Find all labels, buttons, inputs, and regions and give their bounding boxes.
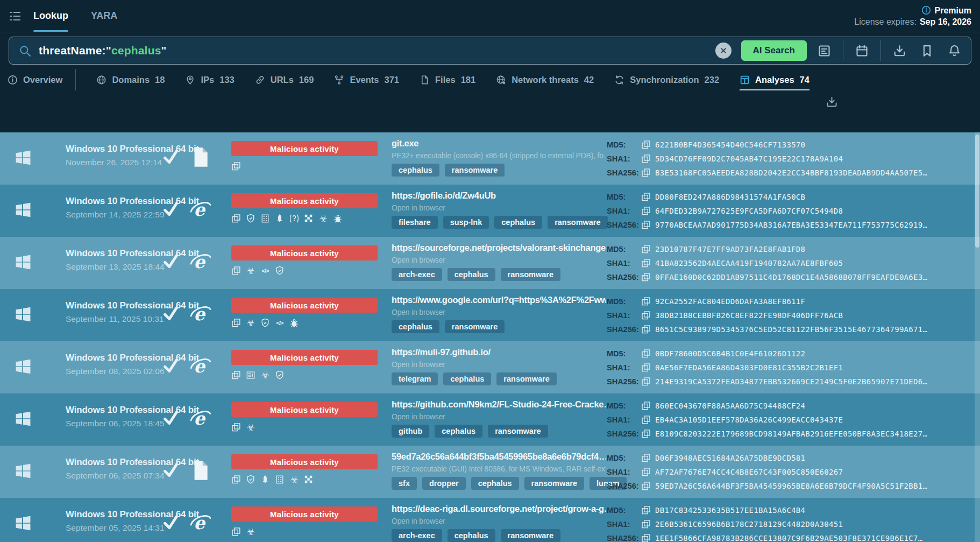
analysis-subtitle: PE32+ executable (console) x86-64 (strip… (392, 151, 606, 160)
md5-label: MD5: (607, 454, 641, 462)
copy-icon[interactable] (641, 244, 651, 254)
premium-badge: Premium (854, 5, 971, 16)
tag-cephalus[interactable]: cephalus (494, 216, 542, 229)
tab-ips[interactable]: IPs 133 (185, 69, 234, 90)
tag-fileshare[interactable]: fileshare (392, 216, 438, 229)
copy-icon[interactable] (641, 311, 651, 320)
tab-files[interactable]: Files 181 (420, 69, 475, 90)
analysis-row[interactable]: Windows 10 Professional 64 bit September… (0, 289, 980, 341)
copy-icon (231, 318, 241, 328)
tab-urls[interactable]: URLs 169 (255, 69, 314, 90)
tag-susp-lnk[interactable]: susp-lnk (443, 216, 489, 229)
tag-ransomware[interactable]: ransomware (501, 268, 560, 281)
notifications-icon[interactable] (948, 44, 961, 58)
analysis-row[interactable]: Windows 10 Professional 64 bit September… (0, 498, 980, 542)
tag-cephalus[interactable]: cephalus (448, 529, 495, 542)
tag-arch-exec[interactable]: arch-exec (392, 268, 442, 281)
copy-icon[interactable] (641, 349, 651, 358)
copy-icon[interactable] (641, 377, 651, 386)
calendar-icon[interactable] (855, 44, 869, 58)
download-icon[interactable] (893, 44, 906, 58)
tag-telegram[interactable]: telegram (392, 372, 438, 385)
copy-icon[interactable] (641, 481, 651, 491)
checkmark-icon (161, 462, 180, 478)
copy-icon[interactable] (641, 467, 651, 477)
windows-logo-icon (13, 357, 33, 376)
copy-icon[interactable] (641, 519, 651, 529)
scrollbar-thumb[interactable] (975, 135, 979, 248)
md5-label: MD5: (607, 506, 641, 515)
copy-icon[interactable] (641, 140, 651, 150)
tag-cephalus[interactable]: cephalus (443, 372, 491, 385)
analysis-row[interactable]: Windows 10 Professional 64 bit September… (0, 393, 980, 446)
copy-icon[interactable] (641, 154, 651, 164)
nav-item-lookup[interactable]: Lookup (33, 0, 68, 32)
tag-github[interactable]: github (392, 425, 429, 438)
bookmark-icon[interactable] (920, 44, 934, 58)
search-input[interactable]: threatName:"cephalus" AI Search (9, 37, 971, 65)
tab-overview[interactable]: Overview (8, 69, 76, 90)
copy-icon[interactable] (641, 533, 651, 542)
tag-ransomware[interactable]: ransomware (496, 372, 556, 385)
analysis-row[interactable]: Windows 10 Professional 64 bit September… (0, 185, 980, 237)
tab-network-threats[interactable]: Network threats 42 (496, 69, 594, 90)
copy-icon[interactable] (641, 415, 651, 425)
copy-icon[interactable] (641, 429, 651, 439)
export-results-icon[interactable] (826, 96, 838, 108)
nav-item-yara[interactable]: YARA (91, 0, 117, 32)
analysis-row[interactable]: Windows 10 Professional 64 bit September… (0, 341, 980, 393)
analysis-title[interactable]: git.exe (392, 138, 606, 149)
tab-domains[interactable]: Domains 18 (96, 69, 165, 90)
copy-icon[interactable] (641, 206, 651, 216)
tag-cephalus[interactable]: cephalus (392, 320, 439, 333)
checkmark-icon (161, 305, 180, 322)
menu-icon[interactable] (9, 11, 22, 22)
analysis-row[interactable]: Windows 10 Professional 64 bit November … (0, 132, 980, 185)
tag-cephalus[interactable]: cephalus (435, 425, 482, 438)
copy-icon[interactable] (641, 401, 651, 411)
copy-icon[interactable] (641, 258, 651, 268)
sha256-label: SHA256: (607, 482, 641, 490)
ai-search-button[interactable]: AI Search (741, 40, 807, 61)
tag-ransomware[interactable]: ransomware (488, 425, 548, 438)
tag-cephalus[interactable]: cephalus (392, 164, 439, 177)
analysis-title[interactable]: 59ed7a26c56a644bf3f5ba45459965be8a6e6b79… (392, 452, 606, 462)
search-query[interactable]: threatName:"cephalus" (39, 44, 715, 57)
sha1-label: SHA1: (607, 207, 641, 215)
copy-icon[interactable] (641, 505, 651, 515)
copy-icon[interactable] (641, 220, 651, 230)
verdict-badge: Malicious activity (231, 193, 378, 208)
tab-synchronization[interactable]: Synchronization 232 (614, 69, 719, 90)
tag-dropper[interactable]: dropper (422, 477, 466, 490)
copy-icon[interactable] (641, 168, 651, 178)
analysis-row[interactable]: Windows 10 Professional 64 bit September… (0, 237, 980, 289)
tag-ransomware[interactable]: ransomware (501, 529, 560, 542)
analysis-row[interactable]: Windows 10 Professional 64 bit September… (0, 446, 980, 498)
tag-ransomware[interactable]: ransomware (445, 320, 505, 333)
analysis-title[interactable]: https://sourceforge.net/projects/valoran… (392, 243, 606, 253)
query-templates-icon[interactable] (818, 44, 831, 58)
tab-events[interactable]: Events 371 (334, 69, 399, 90)
windows-logo-icon (13, 149, 33, 167)
copy-icon[interactable] (641, 272, 651, 282)
tag-ransomware[interactable]: ransomware (445, 164, 505, 177)
analysis-title[interactable]: https://gofile.io/d/Zw4uUb (392, 191, 606, 201)
tag-cephalus[interactable]: cephalus (448, 268, 495, 281)
clear-search-button[interactable] (715, 43, 732, 59)
tag-ransomware[interactable]: ransomware (548, 216, 607, 229)
copy-icon[interactable] (641, 363, 651, 372)
tag-ransomware[interactable]: ransomware (524, 477, 584, 490)
copy-icon[interactable] (641, 192, 651, 202)
copy-icon[interactable] (641, 325, 651, 334)
copy-icon[interactable] (641, 453, 651, 463)
analysis-title[interactable]: https://github.com/N9km2/FL-Studio-24-Fr… (392, 399, 606, 410)
tab-count: 18 (155, 75, 165, 85)
tab-analyses[interactable]: Analyses 74 (740, 69, 809, 90)
analysis-title[interactable]: https://www.google.com/url?q=https%3A%2F… (392, 295, 606, 305)
copy-icon[interactable] (641, 297, 651, 306)
tag-cephalus[interactable]: cephalus (471, 477, 519, 490)
tag-arch-exec[interactable]: arch-exec (392, 529, 442, 542)
tag-sfx[interactable]: sfx (392, 477, 417, 490)
analysis-title[interactable]: https://deac-riga.dl.sourceforge.net/pro… (392, 504, 606, 514)
analysis-title[interactable]: https://muli-97.github.io/ (392, 347, 606, 357)
